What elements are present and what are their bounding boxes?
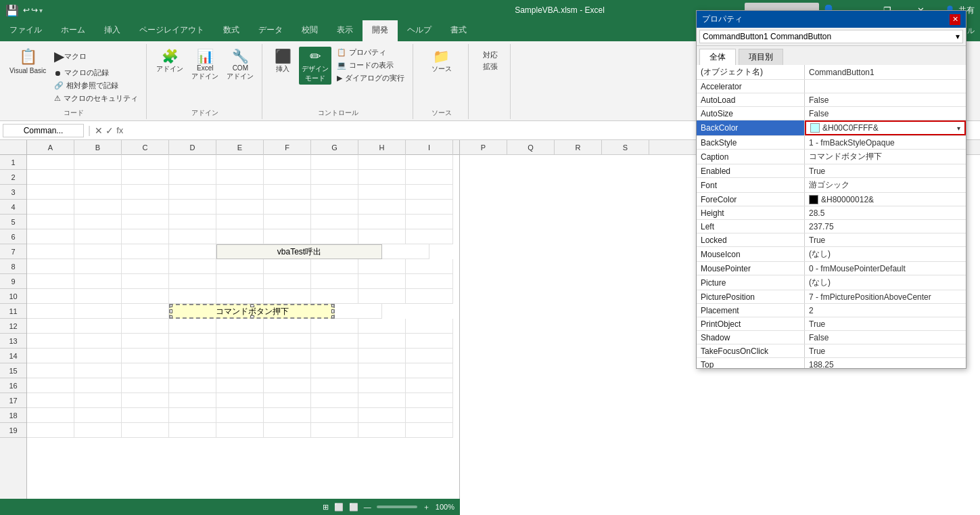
cell-f1[interactable] [264, 155, 311, 170]
tab-home[interactable]: ホーム [51, 20, 95, 41]
row-header-6[interactable]: 6 [0, 229, 26, 244]
props-close-button[interactable]: ✕ [950, 14, 960, 25]
prop-val-printobject[interactable]: True [805, 317, 966, 330]
tab-insert[interactable]: 挿入 [95, 20, 130, 41]
prop-val-top[interactable]: 188.25 [805, 358, 966, 368]
col-header-b[interactable]: B [74, 140, 122, 155]
prop-val-placement[interactable]: 2 [805, 304, 966, 317]
props-row-backcolor[interactable]: BackColor &H00C0FFFF& ▾ [697, 120, 966, 136]
row-header-11[interactable]: 11 [0, 304, 26, 319]
run-dialog-button[interactable]: ▶ ダイアログの実行 [334, 72, 407, 84]
prop-val-mouseicon[interactable]: (なし) [805, 247, 966, 261]
row-header-16[interactable]: 16 [0, 378, 26, 393]
command-button[interactable]: コマンドボタン押下 [169, 304, 335, 319]
対応-button[interactable]: 対応 [480, 49, 500, 61]
cell-g2[interactable] [311, 170, 358, 185]
source-button[interactable]: 📁 ソース [428, 47, 455, 75]
zoom-in-icon[interactable]: ＋ [423, 502, 430, 512]
row-header-10[interactable]: 10 [0, 289, 26, 304]
row-header-1[interactable]: 1 [0, 155, 26, 170]
prop-val-pictureposition[interactable]: 7 - fmPicturePositionAboveCenter [805, 290, 966, 303]
handle-tl[interactable] [169, 304, 172, 307]
props-tab-category[interactable]: 項目別 [739, 49, 783, 65]
save-icon[interactable]: 💾 [5, 4, 19, 17]
view-layout-icon[interactable]: ⬜ [334, 503, 344, 512]
props-tab-all[interactable]: 全体 [699, 49, 736, 65]
view-code-button[interactable]: 💻 コードの表示 [334, 60, 407, 71]
view-normal-icon[interactable]: ⊞ [323, 503, 329, 512]
vba-test-button[interactable]: vbaTest呼出 [216, 244, 382, 259]
col-header-s[interactable]: S [602, 140, 649, 155]
tab-data[interactable]: データ [249, 20, 292, 41]
cell-d1[interactable] [169, 155, 216, 170]
prop-val-height[interactable]: 28.5 [805, 206, 966, 219]
undo-icon[interactable]: ↩ [23, 5, 30, 15]
handle-bm[interactable] [250, 315, 254, 319]
col-header-q[interactable]: Q [507, 140, 555, 155]
zoom-slider[interactable] [377, 506, 417, 508]
tab-review[interactable]: 校閲 [292, 20, 327, 41]
col-header-r[interactable]: R [555, 140, 602, 155]
corner-cell[interactable] [0, 140, 27, 154]
prop-val-caption[interactable]: コマンドボタン押下 [805, 150, 966, 164]
cell-i1[interactable] [406, 155, 453, 170]
cell-c1[interactable] [122, 155, 169, 170]
handle-br[interactable] [331, 315, 335, 319]
row-header-7[interactable]: 7 [0, 244, 26, 259]
macro-button[interactable]: ▶ マクロ [51, 47, 141, 66]
name-box[interactable] [3, 124, 84, 137]
quick-access-dropdown[interactable]: ▾ [39, 7, 43, 14]
tab-formula[interactable]: 数式 [214, 20, 249, 41]
prop-val-accelerator[interactable] [805, 80, 966, 93]
redo-icon[interactable]: ↪ [31, 5, 38, 15]
row-header-8[interactable]: 8 [0, 259, 26, 274]
col-header-h[interactable]: H [358, 140, 406, 155]
zoom-out-icon[interactable]: — [364, 503, 371, 511]
tab-help[interactable]: ヘルプ [398, 20, 441, 41]
macro-security-button[interactable]: ⚠ マクロのセキュリティ [51, 93, 141, 104]
relative-ref-button[interactable]: 🔗 相対参照で記録 [51, 80, 141, 91]
confirm-formula-icon[interactable]: ✓ [106, 125, 114, 136]
tab-page-layout[interactable]: ページレイアウト [130, 20, 214, 41]
cell-h2[interactable] [358, 170, 406, 185]
handle-bl[interactable] [169, 315, 172, 319]
prop-val-shadow[interactable]: False [805, 331, 966, 344]
handle-ml[interactable] [169, 309, 172, 313]
props-table[interactable]: (オブジェクト名) CommandButton1 Accelerator Aut… [697, 65, 966, 368]
cell-e1[interactable] [216, 155, 264, 170]
view-break-icon[interactable]: ⬜ [349, 503, 358, 512]
prop-val-locked[interactable]: True [805, 233, 966, 246]
col-header-a[interactable]: A [27, 140, 74, 155]
row-header-3[interactable]: 3 [0, 185, 26, 200]
prop-val-backcolor[interactable]: &H00C0FFFF& ▾ [805, 120, 966, 135]
cancel-formula-icon[interactable]: ✕ [95, 125, 103, 136]
cell-b1[interactable] [74, 155, 122, 170]
cell-i2[interactable] [406, 170, 453, 185]
col-header-i[interactable]: I [406, 140, 453, 155]
properties-button[interactable]: 📋 プロパティ [334, 47, 407, 58]
cell-a3[interactable] [27, 185, 74, 200]
row-header-19[interactable]: 19 [0, 423, 26, 438]
prop-val-autosize[interactable]: False [805, 107, 966, 120]
cell-b2[interactable] [74, 170, 122, 185]
row-header-14[interactable]: 14 [0, 349, 26, 363]
col-header-d[interactable]: D [169, 140, 216, 155]
prop-val-forecolor[interactable]: &H80000012& [805, 193, 966, 206]
prop-val-backstyle[interactable]: 1 - fmBackStyleOpaque [805, 136, 966, 149]
cell-d2[interactable] [169, 170, 216, 185]
prop-val-objectname[interactable]: CommandButton1 [805, 65, 966, 79]
tab-developer[interactable]: 開発 [363, 20, 398, 41]
拡張-button[interactable]: 拡張 [480, 61, 500, 72]
insert-function-icon[interactable]: fx [116, 125, 123, 135]
handle-mr[interactable] [331, 309, 335, 313]
visual-basic-button[interactable]: 📋 Visual Basic [7, 47, 49, 76]
excel-addin-button[interactable]: 📊 Excelアドイン [189, 47, 221, 83]
prop-val-enabled[interactable]: True [805, 164, 966, 177]
cell-c2[interactable] [122, 170, 169, 185]
design-mode-button[interactable]: ✏ デザインモード [299, 47, 331, 85]
row-header-15[interactable]: 15 [0, 363, 26, 378]
tab-view[interactable]: 表示 [327, 20, 363, 41]
row-header-13[interactable]: 13 [0, 334, 26, 349]
tab-file[interactable]: ファイル [0, 20, 51, 41]
col-header-c[interactable]: C [122, 140, 169, 155]
